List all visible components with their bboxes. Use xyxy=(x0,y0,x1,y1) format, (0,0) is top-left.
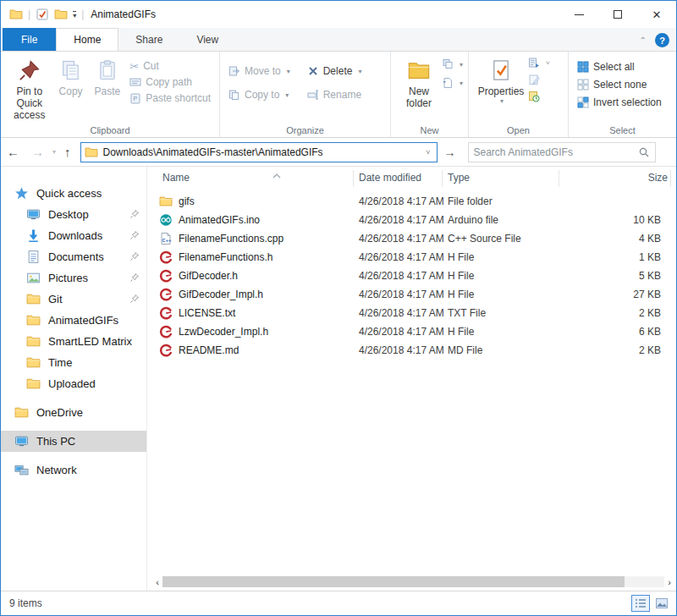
invert-selection-label: Invert selection xyxy=(593,96,662,108)
file-row-gifdecoder-impl-h[interactable]: GifDecoder_Impl.h4/26/2018 4:17 AMH File… xyxy=(147,285,676,304)
sidebar-item-git[interactable]: Git xyxy=(1,289,146,310)
file-row-gifdecoder-h[interactable]: GifDecoder.h4/26/2018 4:17 AMH File5 KB xyxy=(147,267,676,285)
column-header-type[interactable]: Type xyxy=(448,172,470,184)
go-button[interactable]: → xyxy=(438,146,463,159)
sidebar-item-network[interactable]: Network xyxy=(1,459,146,481)
cut-button[interactable]: ✂Cut xyxy=(129,60,211,72)
column-divider[interactable] xyxy=(559,170,559,187)
qat-customize-caret[interactable]: ▾ xyxy=(73,11,76,19)
file-row-filenamefunctions-h[interactable]: FilenameFunctions.h4/26/2018 4:17 AMH Fi… xyxy=(147,248,676,267)
column-divider[interactable] xyxy=(442,170,443,187)
svg-text:P: P xyxy=(134,96,138,102)
redfile-file-icon xyxy=(159,344,173,357)
address-dropdown-caret-icon[interactable]: ˅ xyxy=(423,148,432,157)
address-path[interactable]: Downloads\AnimatedGIFs-master\AnimatedGI… xyxy=(103,146,424,158)
close-button[interactable]: ✕ xyxy=(637,1,676,28)
paste-shortcut-button[interactable]: PPaste shortcut xyxy=(129,92,211,104)
file-rows: gifs4/26/2018 4:17 AMFile folderAnimated… xyxy=(147,192,676,360)
sidebar-item-documents[interactable]: Documents xyxy=(1,246,146,267)
sidebar-item-quick-access[interactable]: Quick access xyxy=(1,183,146,204)
copy-button[interactable]: Copy xyxy=(54,55,88,101)
maximize-button[interactable] xyxy=(598,1,637,28)
folder-window-icon[interactable] xyxy=(9,8,23,21)
file-row-license-txt[interactable]: LICENSE.txt4/26/2018 4:17 AMTXT File2 KB xyxy=(147,304,676,322)
minimize-button[interactable] xyxy=(559,1,598,28)
scrollbar-track[interactable] xyxy=(162,576,664,587)
collapse-ribbon-icon[interactable]: ⌃ xyxy=(640,36,647,45)
delete-button[interactable]: Delete▾ xyxy=(307,65,362,77)
new-item-button[interactable]: ▾ xyxy=(442,77,463,89)
folder-icon xyxy=(26,313,41,327)
recent-locations-caret-icon[interactable]: ▾ xyxy=(50,148,58,156)
pin-to-quick-access-button[interactable]: Pin to Quick access xyxy=(7,55,52,124)
sidebar-item-downloads[interactable]: Downloads xyxy=(1,225,146,246)
paste-shortcut-icon: P xyxy=(129,92,141,104)
new-folder-label: New folder xyxy=(402,85,436,109)
column-divider[interactable] xyxy=(353,170,354,187)
properties-qat-icon[interactable] xyxy=(36,8,49,21)
file-row-animatedgifs-ino[interactable]: AnimatedGIFs.ino4/26/2018 4:17 AMArduino… xyxy=(147,211,676,229)
sidebar-item-smartled-matrix[interactable]: SmartLED Matrix xyxy=(1,331,146,352)
details-view-button[interactable] xyxy=(631,595,650,612)
history-button[interactable] xyxy=(528,91,550,102)
sidebar-item-uploaded[interactable]: Uploaded xyxy=(1,373,146,394)
sort-ascending-icon[interactable] xyxy=(272,167,281,182)
column-header-size[interactable]: Size xyxy=(617,172,668,184)
file-row-gifs[interactable]: gifs4/26/2018 4:17 AMFile folder xyxy=(147,192,676,211)
paste-shortcut-label: Paste shortcut xyxy=(146,92,211,104)
tab-home[interactable]: Home xyxy=(56,28,118,51)
column-divider[interactable] xyxy=(670,170,671,187)
redfile-file-icon xyxy=(159,288,173,301)
scrollbar-thumb[interactable] xyxy=(162,576,625,587)
sidebar-item-pictures[interactable]: Pictures xyxy=(1,267,146,289)
folder-icon xyxy=(26,334,41,349)
file-row-readme-md[interactable]: README.md4/26/2018 4:17 AMMD File2 KB xyxy=(147,341,676,360)
tab-file[interactable]: File xyxy=(3,28,56,51)
properties-button[interactable]: Properties ▾ xyxy=(475,55,527,108)
new-folder-button[interactable]: New folder xyxy=(397,55,441,113)
back-button[interactable]: ← xyxy=(1,145,25,159)
copy-label: Copy xyxy=(59,85,83,97)
sidebar: Quick accessDesktopDownloadsDocumentsPic… xyxy=(1,167,146,591)
tab-view[interactable]: View xyxy=(179,28,235,51)
ribbon-group-new: New folder ▾ ▾ New xyxy=(390,52,468,137)
select-all-button[interactable]: Select all xyxy=(577,61,662,73)
search-input[interactable] xyxy=(474,146,638,158)
search-box[interactable] xyxy=(468,142,656,162)
help-icon[interactable]: ? xyxy=(655,33,669,47)
up-button[interactable]: ↑ xyxy=(58,145,77,159)
column-header-name[interactable]: Name xyxy=(162,172,190,184)
open-button[interactable]: ˅ xyxy=(528,57,550,69)
tab-share[interactable]: Share xyxy=(118,28,179,51)
file-row-lzwdecoder-impl-h[interactable]: LzwDecoder_Impl.h4/26/2018 4:17 AMH File… xyxy=(147,322,676,341)
move-to-button[interactable]: Move to▾ xyxy=(228,65,290,77)
invert-selection-button[interactable]: Invert selection xyxy=(577,96,662,108)
sidebar-item-label: Documents xyxy=(48,250,104,263)
paste-button[interactable]: Paste xyxy=(90,55,126,101)
sidebar-item-this-pc[interactable]: This PC xyxy=(1,431,146,452)
thumbnails-view-button[interactable] xyxy=(652,595,671,612)
sidebar-item-animatedgifs[interactable]: AnimatedGIFs xyxy=(1,310,146,331)
horizontal-scrollbar[interactable]: ‹ › xyxy=(152,575,674,588)
file-row-filenamefunctions-cpp[interactable]: C++FilenameFunctions.cpp4/26/2018 4:17 A… xyxy=(147,229,676,248)
sidebar-item-time[interactable]: Time xyxy=(1,352,146,373)
sidebar-item-onedrive[interactable]: OneDrive xyxy=(1,402,146,423)
sidebar-item-desktop[interactable]: Desktop xyxy=(1,204,146,225)
column-header-date-modified[interactable]: Date modified xyxy=(359,172,421,184)
address-bar[interactable]: Downloads\AnimatedGIFs-master\AnimatedGI… xyxy=(80,142,438,162)
select-none-button[interactable]: Select none xyxy=(577,79,662,91)
redfile-file-icon xyxy=(159,306,173,320)
sidebar-item-label: Pictures xyxy=(48,272,88,284)
search-icon[interactable] xyxy=(638,146,650,158)
new-folder-qat-icon[interactable] xyxy=(54,8,68,21)
scroll-right-arrow-icon[interactable]: › xyxy=(664,577,674,587)
edit-button[interactable] xyxy=(528,74,550,85)
copy-to-button[interactable]: Copy to▾ xyxy=(228,89,290,101)
easy-access-button[interactable]: ▾ xyxy=(442,58,463,70)
copy-path-button[interactable]: Copy path xyxy=(129,76,211,88)
properties-icon xyxy=(489,58,513,82)
rename-button[interactable]: Rename xyxy=(307,89,362,101)
folder-icon xyxy=(26,292,41,306)
scroll-left-arrow-icon[interactable]: ‹ xyxy=(152,577,162,587)
forward-button[interactable]: → xyxy=(25,145,50,159)
